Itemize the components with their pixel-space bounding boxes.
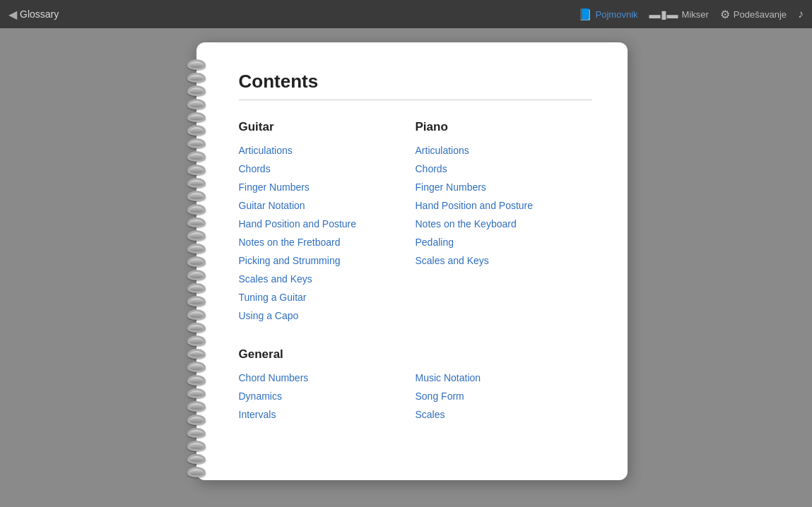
- guitar-link[interactable]: Hand Position and Posture: [239, 218, 357, 229]
- guitar-link[interactable]: Using a Capo: [239, 310, 299, 321]
- general-col1: Chord NumbersDynamicsIntervals: [239, 371, 416, 421]
- piano-section-title: Piano: [416, 120, 592, 134]
- spiral-ring: [187, 244, 206, 254]
- piano-link[interactable]: Notes on the Keyboard: [416, 218, 517, 229]
- piano-link[interactable]: Scales and Keys: [416, 255, 489, 266]
- list-item: Chord Numbers: [239, 371, 416, 384]
- list-item: Using a Capo: [239, 309, 416, 322]
- list-item: Guitar Notation: [239, 199, 416, 212]
- guitar-link[interactable]: Tuning a Guitar: [239, 292, 307, 303]
- list-item: Finger Numbers: [239, 181, 416, 193]
- spiral-ring: [187, 99, 206, 109]
- piano-link[interactable]: Pedaling: [416, 237, 454, 248]
- general-link[interactable]: Scales: [416, 409, 445, 420]
- list-item: Articulations: [239, 144, 416, 157]
- guitar-link[interactable]: Finger Numbers: [239, 181, 310, 193]
- spiral-ring: [187, 283, 206, 294]
- guitar-link[interactable]: Scales and Keys: [239, 273, 312, 285]
- back-arrow-icon: ◀: [8, 8, 17, 21]
- spiral-ring: [187, 59, 206, 70]
- list-item: Dynamics: [239, 390, 416, 402]
- list-item: Music Notation: [416, 371, 592, 384]
- mixer-icon: ▬▮▬: [649, 8, 678, 21]
- title-divider: [239, 100, 592, 100]
- list-item: Intervals: [239, 408, 416, 421]
- page-title: Contents: [239, 71, 592, 93]
- list-item: Hand Position and Posture: [416, 199, 592, 212]
- list-item: Chords: [239, 162, 416, 175]
- guitar-link[interactable]: Articulations: [239, 145, 293, 156]
- piano-link[interactable]: Hand Position and Posture: [416, 200, 534, 211]
- main-content: Contents Guitar ArticulationsChordsFinge…: [0, 28, 812, 507]
- guitar-link[interactable]: Chords: [239, 163, 271, 174]
- spiral-ring: [187, 309, 206, 320]
- piano-links: ArticulationsChordsFinger NumbersHand Po…: [416, 144, 592, 267]
- nav-mikser[interactable]: ▬▮▬ Mikser: [649, 8, 709, 21]
- spiral-ring: [187, 454, 206, 465]
- spiral-ring: [187, 362, 206, 372]
- app-title: Glossary: [20, 8, 59, 20]
- nav-podesavanje[interactable]: ⚙ Podešavanje: [720, 8, 787, 21]
- back-button[interactable]: ◀ Glossary: [8, 8, 59, 21]
- spiral-ring: [187, 151, 206, 162]
- list-item: Song Form: [416, 390, 592, 402]
- guitar-section-title: Guitar: [239, 120, 416, 134]
- spiral-ring: [187, 112, 206, 123]
- spiral-ring: [187, 191, 206, 201]
- spiral-ring: [187, 217, 206, 228]
- list-item: Scales and Keys: [239, 273, 416, 285]
- notebook-wrapper: Contents Guitar ArticulationsChordsFinge…: [185, 42, 628, 480]
- guitar-link[interactable]: Guitar Notation: [239, 200, 305, 211]
- spiral-ring: [187, 414, 206, 425]
- spiral-ring: [187, 441, 206, 451]
- spiral-ring: [187, 375, 206, 386]
- top-sections: Guitar ArticulationsChordsFinger Numbers…: [239, 120, 592, 322]
- topbar-nav: 📘 Pojmovnik ▬▮▬ Mikser ⚙ Podešavanje ♪: [578, 8, 804, 21]
- spiral-ring: [187, 323, 206, 333]
- general-col1-links: Chord NumbersDynamicsIntervals: [239, 371, 416, 421]
- guitar-link[interactable]: Notes on the Fretboard: [239, 237, 341, 248]
- spiral-ring: [187, 230, 206, 241]
- spiral-ring: [187, 428, 206, 439]
- list-item: Chords: [416, 162, 592, 175]
- spiral-ring: [187, 349, 206, 359]
- spiral-ring: [187, 85, 206, 96]
- list-item: Articulations: [416, 144, 592, 157]
- spiral-ring: [187, 204, 206, 215]
- general-section-title: General: [239, 347, 592, 362]
- list-item: Hand Position and Posture: [239, 217, 416, 230]
- spiral-ring: [187, 138, 206, 149]
- spiral-ring: [187, 467, 206, 477]
- list-item: Pedaling: [416, 236, 592, 249]
- spiral-ring: [187, 256, 206, 267]
- list-item: Finger Numbers: [416, 181, 592, 193]
- list-item: Notes on the Fretboard: [239, 236, 416, 249]
- general-cols: Chord NumbersDynamicsIntervals Music Not…: [239, 371, 592, 421]
- spiral-ring: [187, 270, 206, 280]
- general-link[interactable]: Dynamics: [239, 390, 282, 402]
- general-link[interactable]: Intervals: [239, 409, 276, 420]
- music-icon: ♪: [798, 8, 804, 20]
- nav-podesavanje-label: Podešavanje: [734, 9, 787, 20]
- spiral-ring: [187, 401, 206, 412]
- piano-link[interactable]: Finger Numbers: [416, 181, 486, 193]
- spiral-ring: [187, 178, 206, 189]
- notebook-page: Contents Guitar ArticulationsChordsFinge…: [196, 42, 628, 480]
- general-link[interactable]: Chord Numbers: [239, 372, 309, 383]
- spiral-ring: [187, 296, 206, 306]
- piano-link[interactable]: Chords: [416, 163, 447, 174]
- nav-music[interactable]: ♪: [798, 8, 804, 20]
- piano-link[interactable]: Articulations: [416, 145, 469, 156]
- guitar-link[interactable]: Picking and Strumming: [239, 255, 341, 266]
- nav-pojmovnik[interactable]: 📘 Pojmovnik: [578, 8, 638, 21]
- spiral-ring: [187, 388, 206, 399]
- general-link[interactable]: Song Form: [416, 390, 464, 402]
- list-item: Scales: [416, 408, 592, 421]
- general-section: General Chord NumbersDynamicsIntervals M…: [239, 347, 592, 421]
- spiral-ring: [187, 165, 206, 175]
- general-link[interactable]: Music Notation: [416, 372, 481, 383]
- book-icon: 📘: [578, 8, 592, 21]
- list-item: Tuning a Guitar: [239, 291, 416, 304]
- piano-section: Piano ArticulationsChordsFinger NumbersH…: [416, 120, 592, 322]
- gear-icon: ⚙: [720, 8, 730, 21]
